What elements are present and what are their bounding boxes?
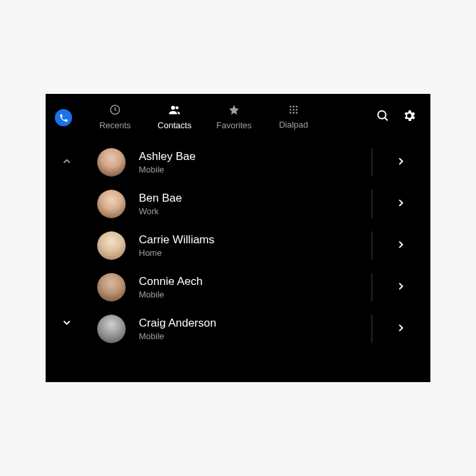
tab-label: Recents — [99, 120, 131, 130]
chevron-right-icon — [395, 323, 406, 336]
chevron-down-icon — [61, 317, 73, 331]
contact-row[interactable]: Carrie Williams Home — [85, 225, 424, 266]
svg-point-4 — [293, 106, 295, 108]
avatar — [97, 315, 126, 343]
svg-line-13 — [385, 118, 387, 120]
svg-point-10 — [293, 112, 295, 114]
contact-name: Ashley Bae — [139, 150, 377, 163]
tab-contacts[interactable]: Contacts — [145, 104, 204, 130]
svg-point-5 — [296, 106, 298, 108]
dialpad-icon — [288, 104, 299, 118]
contact-info: Craig Anderson Mobile — [139, 317, 377, 341]
divider — [372, 315, 372, 343]
contact-subtitle: Mobile — [139, 331, 377, 341]
avatar — [97, 231, 126, 260]
tab-favorites[interactable]: Favorites — [204, 104, 264, 130]
contact-info: Carrie Williams Home — [139, 233, 377, 258]
contact-detail-button[interactable] — [377, 141, 424, 183]
chevron-up-icon — [61, 155, 73, 170]
contact-name: Connie Aech — [139, 275, 377, 288]
contact-subtitle: Mobile — [139, 165, 377, 175]
divider — [372, 190, 372, 218]
scroll-down-button[interactable] — [59, 316, 75, 332]
contact-name: Craig Anderson — [139, 317, 377, 330]
tab-label: Contacts — [157, 120, 191, 130]
svg-point-11 — [296, 112, 298, 114]
contact-info: Ben Bae Work — [139, 192, 377, 216]
svg-point-9 — [290, 112, 292, 114]
divider — [372, 148, 372, 177]
settings-button[interactable] — [396, 104, 422, 130]
tab-label: Dialpad — [279, 120, 308, 130]
divider — [372, 273, 372, 301]
contact-detail-button[interactable] — [377, 183, 424, 225]
contact-list: Ashley Bae Mobile Ben Bae Work — [85, 141, 424, 350]
contact-row[interactable]: Ben Bae Work — [85, 183, 424, 225]
chevron-right-icon — [395, 281, 406, 294]
chevron-right-icon — [395, 198, 406, 211]
contact-detail-button[interactable] — [377, 266, 424, 308]
contact-info: Connie Aech Mobile — [139, 275, 377, 299]
phone-app: Recents Contacts Favorites Dialpad — [46, 94, 430, 382]
contact-row[interactable]: Connie Aech Mobile — [85, 266, 424, 308]
tabs: Recents Contacts Favorites Dialpad — [85, 104, 323, 130]
chevron-right-icon — [395, 239, 406, 253]
contact-detail-button[interactable] — [377, 225, 424, 266]
avatar — [97, 190, 126, 218]
phone-app-icon — [55, 109, 72, 126]
contact-row[interactable]: Ashley Bae Mobile — [85, 141, 424, 183]
avatar — [97, 273, 126, 301]
tab-dialpad[interactable]: Dialpad — [264, 104, 323, 130]
header: Recents Contacts Favorites Dialpad — [46, 94, 430, 140]
search-icon — [376, 108, 390, 126]
avatar — [97, 148, 126, 177]
svg-point-12 — [378, 111, 386, 119]
search-button[interactable] — [370, 104, 396, 130]
svg-point-7 — [293, 109, 295, 111]
contact-subtitle: Mobile — [139, 290, 377, 299]
clock-icon — [109, 104, 121, 118]
svg-point-1 — [171, 106, 175, 110]
scroll-up-button[interactable] — [59, 155, 75, 171]
tab-recents[interactable]: Recents — [85, 104, 145, 130]
star-icon — [228, 104, 240, 118]
contact-subtitle: Work — [139, 206, 377, 216]
chevron-right-icon — [395, 156, 406, 169]
svg-point-3 — [290, 106, 292, 108]
svg-point-2 — [176, 106, 179, 110]
contact-row[interactable]: Craig Anderson Mobile — [85, 308, 424, 350]
contact-info: Ashley Bae Mobile — [139, 150, 377, 175]
contact-name: Ben Bae — [139, 192, 377, 205]
divider — [372, 231, 372, 260]
gear-icon — [402, 108, 416, 126]
tab-label: Favorites — [216, 120, 251, 130]
contact-detail-button[interactable] — [377, 308, 424, 350]
contact-name: Carrie Williams — [139, 233, 377, 247]
people-icon — [168, 104, 181, 118]
contact-subtitle: Home — [139, 248, 377, 258]
svg-point-6 — [290, 109, 292, 111]
svg-point-8 — [296, 109, 298, 111]
